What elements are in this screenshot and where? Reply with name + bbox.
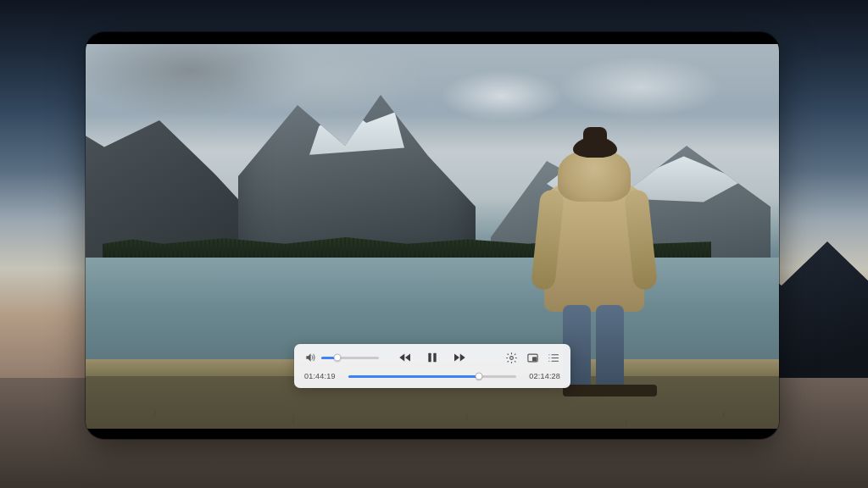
video-content[interactable]: 01:44:19 02:14:28	[86, 44, 779, 429]
svg-point-2	[510, 357, 514, 360]
forward-button[interactable]	[452, 350, 467, 365]
svg-rect-4	[533, 358, 537, 361]
transport-controls	[379, 350, 486, 365]
picture-in-picture-icon[interactable]	[526, 352, 539, 364]
volume-control[interactable]	[304, 352, 379, 363]
seek-bar[interactable]	[348, 375, 516, 378]
pause-button[interactable]	[425, 350, 440, 365]
rewind-button[interactable]	[398, 350, 413, 365]
elapsed-time: 01:44:19	[304, 372, 342, 380]
total-duration: 02:14:28	[523, 372, 560, 380]
seek-thumb[interactable]	[475, 373, 482, 380]
video-player-window[interactable]: 01:44:19 02:14:28	[86, 32, 779, 439]
svg-rect-1	[433, 353, 436, 363]
volume-thumb[interactable]	[334, 354, 342, 362]
volume-icon	[304, 352, 316, 363]
playlist-icon[interactable]	[548, 352, 560, 364]
svg-rect-0	[428, 353, 431, 363]
volume-slider[interactable]	[321, 357, 379, 359]
playback-controls: 01:44:19 02:14:28	[294, 344, 570, 388]
seek-fill	[348, 375, 479, 378]
gear-icon[interactable]	[505, 352, 518, 364]
